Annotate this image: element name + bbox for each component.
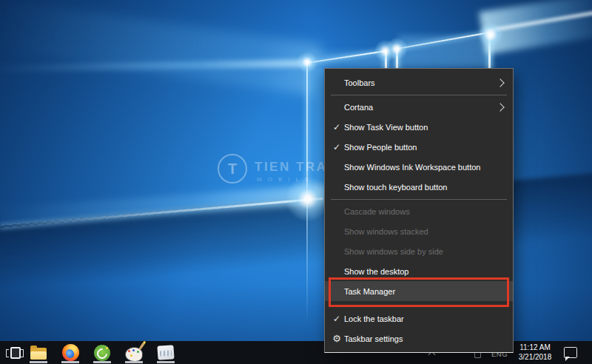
- wallpaper-light-ray-wide: [0, 0, 322, 96]
- menu-item-label: Toolbars: [344, 78, 497, 87]
- running-indicator: [93, 361, 111, 363]
- paint-palette-icon: [125, 347, 143, 362]
- taskbar-app-file-explorer[interactable]: [30, 341, 47, 364]
- taskbar-pinned-apps: [30, 341, 175, 364]
- menu-item-show-people-button[interactable]: ✓ Show People button: [325, 137, 513, 157]
- taskbar-clock[interactable]: 11:12 AM 3/21/2018: [515, 343, 555, 362]
- menu-item-label: Cortana: [344, 103, 497, 112]
- menu-item-toolbars[interactable]: Toolbars: [325, 73, 513, 92]
- task-view-button[interactable]: [6, 346, 24, 359]
- action-center-icon[interactable]: [564, 347, 577, 358]
- menu-item-cascade-windows: Cascade windows: [325, 201, 513, 221]
- menu-item-show-windows-ink-workspace-button[interactable]: Show Windows Ink Workspace button: [325, 157, 513, 177]
- taskbar-app-photos[interactable]: [157, 341, 175, 364]
- submenu-arrow-icon: [496, 78, 504, 87]
- checkmark-icon: ✓: [329, 143, 344, 152]
- menu-item-label: Cascade windows: [344, 207, 505, 216]
- menu-item-label: Show the desktop: [344, 267, 505, 276]
- menu-item-label: Show windows side by side: [344, 247, 505, 256]
- running-indicator: [125, 361, 143, 363]
- menu-item-label: Show People button: [344, 143, 505, 152]
- menu-item-cortana[interactable]: Cortana: [325, 97, 513, 117]
- running-indicator: [30, 361, 47, 363]
- checkmark-icon: ✓: [329, 314, 344, 323]
- menu-item-show-windows-side-by-side: Show windows side by side: [325, 241, 513, 261]
- firefox-icon: [62, 344, 79, 361]
- taskbar-app-coc-coc[interactable]: [93, 341, 111, 364]
- taskbar-app-palette[interactable]: [125, 341, 143, 364]
- file-explorer-icon: [30, 348, 47, 360]
- clock-date: 3/21/2018: [515, 353, 555, 363]
- menu-item-label: Show touch keyboard button: [344, 183, 505, 192]
- menu-item-show-task-view-button[interactable]: ✓ Show Task View button: [325, 117, 513, 137]
- menu-item-label: Taskbar settings: [344, 334, 505, 343]
- window-corner-glow-2: [386, 38, 408, 60]
- clock-time: 11:12 AM: [515, 343, 555, 353]
- menu-item-label: Show Task View button: [344, 123, 505, 132]
- menu-item-show-touch-keyboard-button[interactable]: Show touch keyboard button: [325, 177, 513, 197]
- menu-item-label: Show windows stacked: [344, 227, 505, 236]
- menu-item-lock-the-taskbar[interactable]: ✓ Lock the taskbar: [325, 309, 513, 328]
- menu-item-label: Show Windows Ink Workspace button: [344, 163, 505, 172]
- task-view-icon: [10, 347, 21, 359]
- window-corner-glow-4: [297, 52, 317, 73]
- photos-app-icon: [157, 345, 174, 360]
- window-corner-glow-3: [478, 22, 503, 47]
- task-manager-annotation-box: [329, 277, 509, 307]
- windows-desktop-screen: T TIEN TRANG MOBILE Toolbars Cortana ✓ S…: [0, 0, 592, 364]
- coc-coc-browser-icon: [94, 345, 110, 361]
- taskbar-app-firefox[interactable]: [61, 341, 79, 364]
- menu-item-label: Lock the taskbar: [344, 314, 505, 323]
- menu-item-taskbar-settings[interactable]: ⚙ Taskbar settings: [325, 328, 513, 348]
- submenu-arrow-icon: [496, 103, 504, 111]
- running-indicator: [157, 361, 175, 363]
- running-indicator: [61, 361, 79, 363]
- checkmark-icon: ✓: [329, 123, 344, 132]
- menu-item-show-windows-stacked: Show windows stacked: [325, 221, 513, 241]
- gear-icon: ⚙: [329, 334, 344, 343]
- taskbar-context-menu: Toolbars Cortana ✓ Show Task View button…: [324, 68, 514, 353]
